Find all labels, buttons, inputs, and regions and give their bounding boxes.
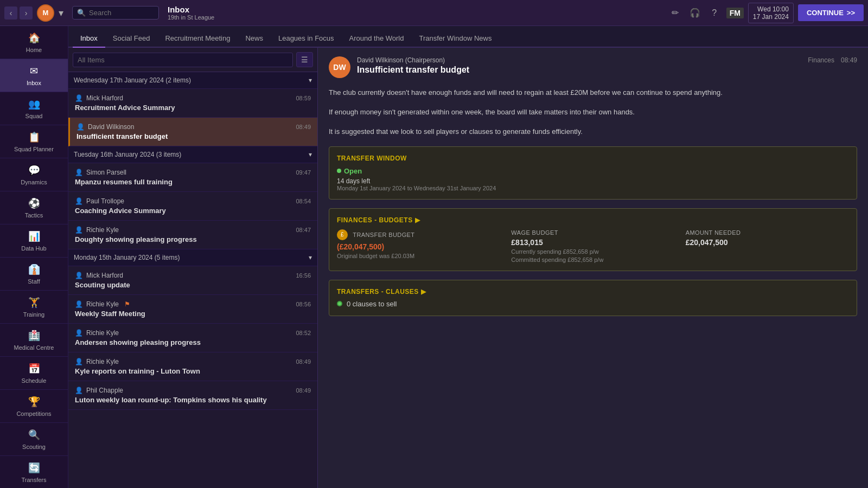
edit-icon[interactable]: ✏	[668, 5, 683, 21]
sidebar-item-tactics[interactable]: ⚽ Tactics	[0, 191, 68, 224]
message-list: ☰ Wednesday 17th January 2024 (2 items)▾…	[68, 48, 318, 488]
tab-recruitment[interactable]: Recruitment Meeting	[157, 30, 238, 48]
global-search-box[interactable]: 🔍	[72, 6, 159, 20]
msg-item-msg7[interactable]: 👤 Richie Kyle ⚑ 08:56 Weekly Staff Meeti…	[68, 295, 317, 324]
dropdown-icon[interactable]: ▾	[59, 7, 63, 19]
squad-icon: 👥	[28, 98, 41, 111]
sidebar-item-competitions[interactable]: 🏆 Competitions	[0, 390, 68, 423]
msg-time: 08:59	[296, 95, 311, 101]
sidebar-item-data-hub[interactable]: 📊 Data Hub	[0, 224, 68, 258]
wage-budget-committed: Committed spending £852,658 p/w	[511, 256, 674, 263]
global-search-input[interactable]	[89, 9, 154, 17]
msg-item-msg2[interactable]: 👤 David Wilkinson 08:49 Insufficient tra…	[68, 118, 317, 146]
medical-label: Medical Centre	[14, 344, 54, 351]
datetime-display[interactable]: Wed 10:00 17 Jan 2024	[748, 3, 794, 23]
group-header-label: Monday 15th January 2024 (5 items)	[74, 254, 180, 261]
msg-time: 08:56	[296, 301, 311, 307]
message-time: 08:49	[841, 56, 857, 64]
sidebar-item-schedule[interactable]: 📅 Schedule	[0, 357, 68, 390]
topbar: ‹ › M ▾ 🔍 Inbox 19th in St League ✏ 🎧 ? …	[0, 0, 868, 26]
sidebar-item-scouting[interactable]: 🔍 Scouting	[0, 423, 68, 456]
transfer-window-status: Open	[337, 167, 362, 175]
message-search-input[interactable]	[73, 53, 293, 67]
group-header-label: Wednesday 17th January 2024 (2 items)	[74, 76, 191, 84]
tab-news[interactable]: News	[238, 30, 271, 48]
msg-subject: Andersen showing pleasing progress	[75, 338, 311, 346]
continue-label: CONTINUE	[807, 9, 844, 17]
transfers-icon: 🔄	[28, 461, 41, 474]
sidebar-item-staff[interactable]: 👔 Staff	[0, 258, 68, 291]
sidebar-item-transfers[interactable]: 🔄 Transfers	[0, 456, 68, 488]
back-button[interactable]: ‹	[4, 7, 17, 20]
filter-button[interactable]: ☰	[296, 52, 313, 67]
msg-item-msg8[interactable]: 👤 Richie Kyle 08:52 Andersen showing ple…	[68, 324, 317, 352]
msg-subject: Kyle reports on training - Luton Town	[75, 367, 311, 375]
msg-time: 08:52	[296, 330, 311, 336]
transfer-budget-original: Original budget was £20.03M	[337, 253, 500, 259]
tab-leagues[interactable]: Leagues in Focus	[271, 30, 342, 48]
sidebar-item-inbox[interactable]: ✉ Inbox	[0, 59, 68, 92]
person-icon: 👤	[75, 272, 83, 279]
inbox-icon: ✉	[28, 65, 41, 78]
flag-icon: ⚑	[124, 300, 130, 308]
manager-avatar: M	[37, 4, 54, 22]
sidebar-item-home[interactable]: 🏠 Home	[0, 26, 68, 59]
transfers-label: Transfers	[21, 477, 46, 483]
headset-icon[interactable]: 🎧	[687, 5, 703, 21]
main-layout: 🏠 Home ✉ Inbox 👥 Squad 📋 Squad Planner 💬…	[0, 26, 868, 488]
msg-group-mon-15[interactable]: Monday 15th January 2024 (5 items)▾	[68, 249, 317, 266]
msg-group-wed-17[interactable]: Wednesday 17th January 2024 (2 items)▾	[68, 72, 317, 89]
sidebar-item-training[interactable]: 🏋 Training	[0, 291, 68, 324]
group-header-label: Tuesday 16th January 2024 (3 items)	[74, 151, 181, 158]
help-icon[interactable]: ?	[707, 5, 722, 21]
group-chevron: ▾	[309, 76, 312, 84]
sidebar-item-squad-planner[interactable]: 📋 Squad Planner	[0, 125, 68, 158]
sidebar-item-dynamics[interactable]: 💬 Dynamics	[0, 158, 68, 191]
page-subtitle: 19th in St League	[168, 14, 214, 21]
msg-sender-name: Richie Kyle	[86, 300, 119, 308]
msg-item-msg9[interactable]: 👤 Richie Kyle 08:49 Kyle reports on trai…	[68, 352, 317, 381]
finances-title[interactable]: FINANCES - BUDGETS ▶	[337, 216, 849, 224]
scouting-label: Scouting	[22, 444, 46, 450]
continue-button[interactable]: CONTINUE >>	[798, 4, 864, 21]
msg-time: 08:54	[296, 198, 311, 204]
tab-social[interactable]: Social Feed	[105, 30, 158, 48]
inbox-title-area: Inbox 19th in St League	[168, 5, 214, 21]
forward-button[interactable]: ›	[20, 7, 33, 20]
msg-group-tue-16[interactable]: Tuesday 16th January 2024 (3 items)▾	[68, 146, 317, 163]
message-list-content: Wednesday 17th January 2024 (2 items)▾ 👤…	[68, 72, 317, 488]
tab-inbox[interactable]: Inbox	[73, 30, 105, 48]
sender-info: David Wilkinson (Chairperson) Insufficie…	[357, 56, 801, 75]
detail-body: The club currently doesn't have enough f…	[329, 87, 857, 138]
body-paragraph-3: It is suggested that we look to sell pla…	[329, 126, 857, 138]
squad-planner-icon: 📋	[28, 131, 41, 144]
data-hub-icon: 📊	[28, 230, 41, 243]
schedule-icon: 📅	[28, 362, 41, 375]
message-detail: DW David Wilkinson (Chairperson) Insuffi…	[318, 48, 868, 488]
msg-item-msg6[interactable]: 👤 Mick Harford 16:56 Scouting update	[68, 266, 317, 295]
person-icon: 👤	[76, 123, 85, 131]
sidebar: 🏠 Home ✉ Inbox 👥 Squad 📋 Squad Planner 💬…	[0, 26, 68, 488]
tab-transfer-window[interactable]: Transfer Window News	[412, 30, 500, 48]
sidebar-item-squad[interactable]: 👥 Squad	[0, 92, 68, 125]
msg-item-msg5[interactable]: 👤 Richie Kyle 08:47 Doughty showing plea…	[68, 221, 317, 249]
inbox-tabs: InboxSocial FeedRecruitment MeetingNewsL…	[68, 26, 868, 48]
person-icon: 👤	[75, 329, 83, 337]
person-icon: 👤	[75, 387, 83, 394]
sidebar-item-medical[interactable]: 🏥 Medical Centre	[0, 324, 68, 357]
msg-item-msg4[interactable]: 👤 Paul Trollope 08:54 Coaching Advice Su…	[68, 192, 317, 221]
msg-item-msg1[interactable]: 👤 Mick Harford 08:59 Recruitment Advice …	[68, 89, 317, 118]
msg-sender-name: David Wilkinson	[88, 123, 134, 131]
msg-item-msg3[interactable]: 👤 Simon Parsell 09:47 Mpanzu resumes ful…	[68, 163, 317, 192]
transfers-clauses-title[interactable]: TRANSFERS - CLAUSES ▶	[337, 288, 849, 296]
tab-around[interactable]: Around the World	[342, 30, 412, 48]
amount-needed-col: AMOUNT NEEDED £20,047,500	[686, 229, 849, 263]
msg-time: 08:49	[296, 124, 311, 130]
msg-item-msg10[interactable]: 👤 Phil Chapple 08:49 Luton weekly loan r…	[68, 381, 317, 410]
msg-sender-name: Simon Parsell	[86, 169, 126, 176]
body-paragraph-2: If enough money isn't generated within o…	[329, 106, 857, 118]
msg-subject: Weekly Staff Meeting	[75, 310, 311, 318]
fm-logo: FM	[726, 8, 744, 18]
content-area: InboxSocial FeedRecruitment MeetingNewsL…	[68, 26, 868, 488]
person-icon: 👤	[75, 94, 83, 102]
